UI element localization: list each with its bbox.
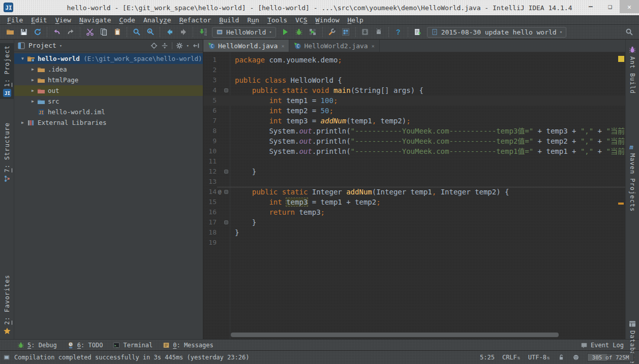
run-with-coverage-button[interactable]	[306, 26, 320, 39]
menu-tools[interactable]: Tools	[263, 16, 291, 24]
chevron-down-icon[interactable]: ▾	[59, 43, 62, 48]
code-text[interactable]: package com.youmeek.demo;	[230, 55, 342, 65]
close-tab-icon[interactable]: ✕	[372, 43, 375, 49]
code-text[interactable]	[230, 156, 235, 167]
synchronize-button[interactable]	[31, 26, 44, 39]
collapsed-arrow-icon[interactable]: ▶	[18, 120, 27, 125]
android-device-monitor-button[interactable]	[372, 26, 386, 39]
cut-button[interactable]	[83, 26, 97, 39]
code-text[interactable]: System.out.println("-----------YouMeek.c…	[230, 146, 625, 156]
changelist-combo[interactable]: ?2015-08-30 update hello world▾	[427, 27, 566, 38]
project-structure-button[interactable]	[339, 26, 353, 39]
menu-view[interactable]: View	[51, 16, 75, 24]
menu-edit[interactable]: Edit	[27, 16, 51, 24]
tab-helloworld-java[interactable]: CHelloWorld.java✕	[203, 40, 289, 52]
menu-vcs[interactable]: VCS	[291, 16, 311, 24]
collapsed-arrow-icon[interactable]: ▶	[28, 99, 37, 104]
help-button[interactable]: ?	[391, 26, 405, 39]
tree-item-idea[interactable]: ▶.idea	[14, 64, 203, 75]
menu-navigate[interactable]: Navigate	[75, 16, 115, 24]
scrollbar-thumb[interactable]	[231, 333, 559, 337]
redo-button[interactable]	[64, 26, 77, 39]
menu-file[interactable]: File	[3, 16, 27, 24]
error-stripe-highlight-mark[interactable]	[618, 203, 624, 205]
undo-button[interactable]	[50, 26, 64, 39]
tree-item-hello-world[interactable]: ▼hello-world (E:\git_work_space\hello-wo…	[14, 53, 203, 64]
tool-window-button-6-todo[interactable]: 6: TODO	[67, 342, 103, 349]
tool-button-2-favorites[interactable]: 2: Favorites	[0, 273, 14, 337]
hector-inspector-icon[interactable]	[572, 354, 580, 361]
code-text[interactable]: public class HelloWorld {	[230, 75, 342, 85]
code-text[interactable]: int temp2 = 50;	[230, 106, 333, 116]
code-text[interactable]: int temp3 = temp1 + temp2;	[230, 197, 381, 207]
code-text[interactable]	[230, 177, 235, 187]
code-editor[interactable]: 1package com.youmeek.demo;23public class…	[203, 52, 625, 339]
paste-button[interactable]	[110, 26, 124, 39]
code-text[interactable]: }	[230, 217, 256, 227]
collapsed-arrow-icon[interactable]: ▶	[28, 78, 37, 82]
tool-window-button-terminal[interactable]: >_Terminal	[113, 342, 153, 349]
menu-help[interactable]: Help	[344, 16, 368, 24]
maximize-button[interactable]	[600, 0, 620, 12]
tool-button-1-project[interactable]: 1: ProjectJI	[0, 43, 14, 99]
gear-icon[interactable]	[176, 42, 183, 49]
settings-button[interactable]	[325, 26, 339, 39]
commit-changes-button[interactable]	[411, 26, 424, 39]
copy-button[interactable]	[97, 26, 110, 39]
event-log-button[interactable]: Event Log	[581, 342, 624, 349]
expanded-arrow-icon[interactable]: ▼	[18, 56, 27, 61]
lock-icon[interactable]	[558, 354, 565, 361]
save-all-button[interactable]	[17, 26, 31, 39]
search-everywhere-button[interactable]	[622, 26, 636, 39]
android-sdk-manager-button[interactable]	[358, 26, 372, 39]
find-button[interactable]	[130, 26, 143, 39]
caret-position[interactable]: 5:25	[480, 354, 495, 361]
line-endings-selector[interactable]: CRLF	[502, 354, 521, 361]
code-text[interactable]	[230, 65, 235, 75]
tool-button-7-structure[interactable]: 7: Structure	[0, 120, 14, 185]
run-configuration-combo[interactable]: HelloWorld▾	[212, 27, 276, 38]
code-text[interactable]: int temp3 = addNum(temp1, temp2);	[230, 116, 411, 126]
fold-marker-icon[interactable]	[224, 220, 228, 224]
menu-run[interactable]: Run	[243, 16, 263, 24]
debug-button[interactable]	[292, 26, 306, 39]
code-text[interactable]	[230, 238, 235, 248]
code-text[interactable]: System.out.println("-----------YouMeek.c…	[230, 136, 625, 146]
tool-window-button-0-messages[interactable]: 0: Messages	[163, 342, 213, 349]
tool-button-maven-projects[interactable]: mMaven Projects	[626, 141, 639, 214]
fold-marker-icon[interactable]	[224, 190, 228, 194]
tool-window-button-5-debug[interactable]: 5: Debug	[17, 342, 57, 349]
error-stripe-warning-mark[interactable]	[618, 56, 624, 62]
code-text[interactable]: System.out.println("-----------YouMeek.c…	[230, 126, 625, 136]
tool-button-ant-build[interactable]: Ant Build	[626, 44, 639, 96]
menu-build[interactable]: Build	[215, 16, 243, 24]
fold-marker-icon[interactable]	[224, 170, 228, 174]
menu-window[interactable]: Window	[312, 16, 344, 24]
code-text[interactable]: }	[230, 167, 256, 177]
minimize-button[interactable]	[581, 0, 600, 12]
memory-indicator[interactable]: 305 of 725M	[587, 353, 634, 361]
project-panel-title[interactable]: Project	[28, 42, 56, 49]
horizontal-scrollbar[interactable]	[231, 333, 617, 337]
code-text[interactable]: return temp3;	[230, 207, 325, 217]
fold-marker-icon[interactable]	[224, 88, 228, 92]
scroll-to-source-icon[interactable]	[150, 42, 158, 49]
tab-helloworld2-java[interactable]: CHelloWorld2.java✕	[289, 40, 379, 52]
replace-button[interactable]: A	[143, 26, 157, 39]
collapsed-arrow-icon[interactable]: ▶	[28, 88, 37, 93]
menu-analyze[interactable]: Analyze	[139, 16, 175, 24]
close-button[interactable]	[620, 0, 639, 13]
tree-item-hello-world-iml[interactable]: JIhello-world.iml	[14, 107, 203, 117]
open-button[interactable]	[3, 26, 17, 39]
collapse-all-icon[interactable]	[161, 42, 168, 49]
update-project-button[interactable]: 011001	[196, 26, 209, 39]
encoding-selector[interactable]: UTF-8	[528, 354, 550, 361]
tree-item-htmlpage[interactable]: ▶htmlPage	[14, 75, 203, 85]
menu-code[interactable]: Code	[115, 16, 139, 24]
code-text[interactable]: public static void main(String[] args) {	[230, 85, 423, 95]
menu-refactor[interactable]: Refactor	[175, 16, 216, 24]
close-tab-icon[interactable]: ✕	[281, 43, 284, 49]
code-text[interactable]: public static Integer addNum(Integer tem…	[230, 187, 509, 197]
collapsed-arrow-icon[interactable]: ▶	[28, 67, 37, 72]
code-text[interactable]: int temp1 = 100;	[230, 95, 338, 106]
